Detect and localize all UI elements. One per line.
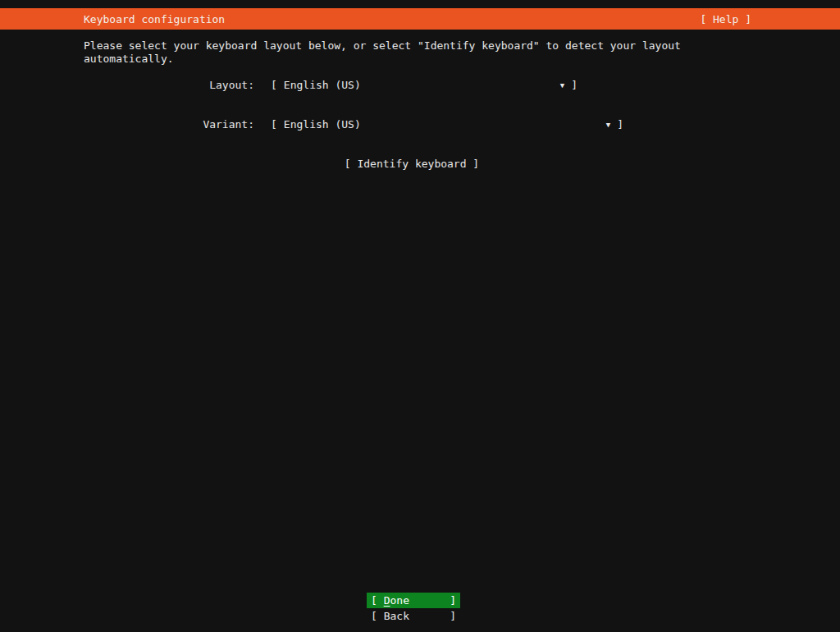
layout-select-value-group: [ English (US) <box>271 79 361 91</box>
open-bracket: [ <box>371 610 377 622</box>
open-bracket: [ <box>271 79 277 91</box>
chevron-down-icon: ▼ <box>560 82 564 89</box>
close-bracket: ] <box>450 610 456 622</box>
back-button-label: [ Back <box>371 610 409 622</box>
back-button[interactable]: [ Back ] <box>367 608 460 623</box>
done-label-rest: one <box>390 594 409 607</box>
variant-select-arrow-group: ▼ ] <box>606 118 623 131</box>
instructions-text: Please select your keyboard layout below… <box>84 39 697 66</box>
chevron-down-icon: ▼ <box>606 121 610 129</box>
back-label-text: Back <box>384 610 409 622</box>
close-bracket: ] <box>571 79 578 91</box>
variant-select-value: English (US) <box>284 118 361 131</box>
layout-label: Layout: <box>84 79 254 91</box>
help-button[interactable]: [ Help ] <box>700 13 751 25</box>
close-bracket: ] <box>617 118 623 131</box>
identify-keyboard-button[interactable]: [ Identify keyboard ] <box>84 158 740 170</box>
installer-screen: Keyboard configuration [ Help ] Please s… <box>0 0 840 632</box>
layout-select-arrow-group: ▼ ] <box>560 79 578 91</box>
variant-select[interactable]: [ English (US) ▼ ] <box>271 118 623 131</box>
done-button-label: [ Done <box>371 594 409 607</box>
layout-select-value: English (US) <box>284 79 361 91</box>
done-button[interactable]: [ Done ] <box>367 593 460 608</box>
open-bracket: [ <box>371 594 377 607</box>
layout-select[interactable]: [ English (US) ▼ ] <box>271 79 578 91</box>
title-bar: Keyboard configuration [ Help ] <box>0 8 840 30</box>
page-title: Keyboard configuration <box>84 13 225 25</box>
open-bracket: [ <box>271 118 277 131</box>
variant-label: Variant: <box>84 118 254 131</box>
variant-select-value-group: [ English (US) <box>271 118 361 131</box>
close-bracket: ] <box>450 594 456 607</box>
